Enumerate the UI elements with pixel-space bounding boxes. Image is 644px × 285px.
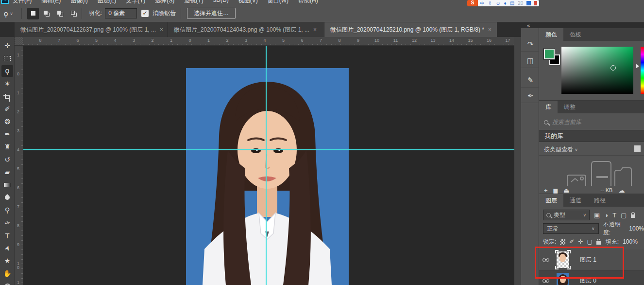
foreground-color-swatch[interactable] (544, 49, 555, 59)
filter-smart-objects-icon[interactable] (631, 214, 635, 218)
quick-selection-tool[interactable]: ✶ (1, 78, 13, 89)
library-select[interactable]: 我的库 (539, 130, 644, 142)
tab-color[interactable]: 颜色 (539, 28, 563, 41)
horizontal-ruler[interactable]: 8765432101234567891011121314151617 (23, 37, 514, 46)
feather-input[interactable] (105, 8, 137, 18)
grid-view-icon[interactable] (634, 145, 641, 152)
hand-tool[interactable]: ✋ (1, 267, 13, 279)
intersect-selection-button[interactable] (68, 8, 80, 19)
history-brush-tool[interactable]: ↺ (1, 154, 13, 165)
horizontal-guide[interactable] (23, 149, 514, 150)
lasso-tool-preset[interactable]: ϙ ∨ (4, 5, 13, 22)
menu-item[interactable]: 图像(I) (70, 0, 87, 5)
ime-mic-icon[interactable]: ♦ (504, 0, 507, 6)
lasso-tool[interactable]: ϙ (1, 65, 13, 77)
dodge-tool[interactable]: ⚲ (1, 204, 13, 216)
tab-paths[interactable]: 路径 (588, 194, 612, 207)
visibility-eye-icon[interactable] (542, 279, 549, 283)
menu-item[interactable]: 文件(F) (13, 0, 32, 5)
eyedropper-tool[interactable]: ✐ (1, 103, 13, 115)
color-picker-marker[interactable] (610, 65, 616, 71)
history-panel-icon[interactable]: ↷ (521, 37, 540, 52)
fill-value[interactable]: 100% (623, 238, 638, 245)
cloud-sync-icon[interactable]: ☁ (618, 187, 625, 194)
move-tool[interactable]: ✛ (1, 40, 13, 52)
document-tab-active[interactable]: 微信图片_20200704125210.png @ 100% (图层 1, RG… (324, 22, 497, 37)
healing-patch-tool[interactable]: ❂ (1, 116, 13, 127)
ime-skin-icon[interactable] (534, 1, 537, 5)
photo-layer[interactable] (186, 68, 349, 285)
saturation-field[interactable] (561, 47, 633, 94)
layer-filter-dropdown[interactable]: 类型 ∨ (543, 210, 590, 220)
view-by-type-dropdown[interactable]: 按类型查看 ∨ (544, 145, 578, 154)
tab-swatches[interactable]: 色板 (563, 28, 588, 41)
marquee-tool[interactable] (1, 53, 13, 64)
eraser-tool[interactable]: ▰ (1, 166, 13, 178)
tab-layers[interactable]: 图层 (539, 194, 563, 207)
ime-gesture-icon[interactable]: ✌ (488, 0, 492, 6)
layer-name[interactable]: 图层 1 (580, 256, 596, 264)
custom-shape-tool[interactable]: ★ (1, 255, 13, 267)
canvas-pasteboard[interactable] (23, 46, 514, 285)
filter-pixel-layers-icon[interactable]: ▣ (594, 212, 600, 219)
layer-name[interactable]: 图层 0 (580, 277, 596, 285)
ruler-corner[interactable] (15, 37, 23, 46)
tab-close-icon[interactable]: × (160, 26, 163, 33)
menu-item[interactable]: 视图(V) (238, 0, 258, 5)
blend-mode-select[interactable]: 正常 ∨ (543, 223, 599, 234)
ime-badge-icon[interactable]: 20 (518, 0, 523, 6)
hue-bar[interactable] (641, 47, 644, 94)
library-search-field[interactable]: 搜索当前库 (544, 118, 581, 126)
gradient-tool[interactable] (1, 179, 13, 191)
path-select-tool[interactable]: ➤ (1, 242, 13, 254)
properties-panel-icon[interactable]: ◫ (521, 53, 540, 68)
menu-item[interactable]: 选择(S) (155, 0, 174, 5)
tab-adjustments[interactable]: 调整 (558, 101, 582, 113)
document-tab[interactable]: 微信图片_20200704124043.png @ 100% (图层 1, ..… (168, 22, 324, 37)
antialias-checkbox[interactable]: ✓ (141, 10, 149, 17)
menu-item[interactable]: 滤镜(T) (184, 0, 203, 5)
sogou-logo-icon[interactable]: S (467, 0, 478, 6)
blur-tool[interactable] (1, 192, 13, 203)
type-tool[interactable]: T (1, 230, 13, 241)
brush-tool[interactable]: ✒ (1, 128, 13, 140)
clone-stamp-tool[interactable]: ♜ (1, 141, 13, 153)
menu-item[interactable]: 窗口(W) (268, 0, 288, 5)
layer-row-selected[interactable]: 图层 1 (539, 249, 644, 270)
brushes-panel-icon[interactable]: ✒ (521, 89, 540, 103)
layer-thumbnail[interactable] (557, 273, 569, 285)
visibility-eye-icon[interactable] (542, 258, 549, 262)
ime-toolbar[interactable]: S 中 ✌ ☺ ♦ ▤ 20 (467, 0, 539, 6)
tab-close-icon[interactable]: × (488, 26, 491, 33)
menu-item[interactable]: 文字(Y) (126, 0, 145, 5)
menu-items[interactable]: 文件(F)编辑(E)图像(I)图层(L)文字(Y)选择(S)滤镜(T)3D(D)… (13, 0, 318, 5)
zoom-tool[interactable] (1, 280, 13, 285)
upload-icon[interactable]: ⏏ (563, 187, 569, 194)
select-and-mask-button[interactable]: 选择并遮住… (187, 8, 236, 19)
menu-item[interactable]: 帮助(H) (298, 0, 318, 5)
add-to-selection-button[interactable] (41, 8, 52, 19)
lock-paint-icon[interactable]: ✐ (569, 238, 574, 245)
ime-keyboard-icon[interactable]: ▤ (510, 0, 514, 6)
filter-adjustment-layers-icon[interactable]: ◑ (604, 212, 608, 219)
menu-item[interactable]: 3D(D) (213, 0, 229, 5)
lock-transparency-icon[interactable] (560, 239, 565, 245)
menu-item[interactable]: 编辑(E) (41, 0, 61, 5)
menu-item[interactable]: 图层(L) (98, 0, 117, 5)
opacity-value[interactable]: 100% (629, 225, 644, 232)
collapse-panels-icon[interactable]: « (527, 22, 530, 28)
layer-thumbnail[interactable] (557, 251, 569, 268)
filter-type-layers-icon[interactable]: T (612, 212, 616, 219)
crop-tool[interactable] (1, 90, 13, 102)
folder-icon[interactable]: ▆ (554, 187, 558, 194)
layer-row[interactable]: 图层 0 (539, 270, 644, 285)
hue-slider-arrow-icon[interactable] (636, 64, 639, 69)
vertical-guide[interactable] (266, 46, 267, 285)
ime-toolbox-icon[interactable] (526, 1, 531, 5)
subtract-selection-button[interactable] (54, 8, 66, 19)
lock-all-icon[interactable] (596, 241, 601, 245)
tab-close-icon[interactable]: × (313, 26, 317, 33)
lock-artboard-icon[interactable]: ▢ (587, 238, 592, 245)
new-selection-button[interactable] (27, 8, 39, 19)
filter-shape-layers-icon[interactable]: ▢ (621, 212, 627, 219)
